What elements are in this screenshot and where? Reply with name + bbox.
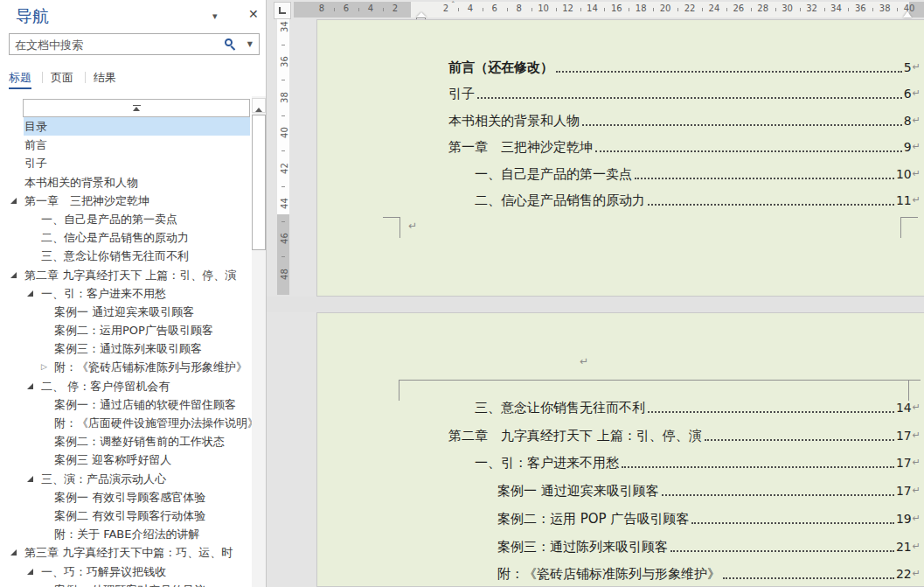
ruler-number: 34	[830, 3, 842, 13]
ruler-number: 20	[660, 3, 671, 13]
expand-collapse-icon[interactable]	[27, 383, 33, 389]
ruler-number: 12	[562, 3, 573, 13]
expand-collapse-icon[interactable]: ▷	[41, 358, 47, 376]
toc-entry[interactable]: 附：《瓷砖店铺标准陈列与形象维护》22↵	[497, 565, 921, 583]
nav-heading-item[interactable]: 案例二：调整好销售前的工作状态	[0, 432, 252, 451]
close-icon[interactable]: ✕	[248, 7, 259, 21]
search-icon[interactable]	[225, 38, 236, 50]
nav-heading-item[interactable]: 三、演：产品演示动人心	[0, 470, 252, 488]
tab-headings[interactable]: 标题	[9, 70, 31, 86]
expand-collapse-icon[interactable]	[10, 198, 17, 204]
ruler-number: 28	[757, 3, 768, 13]
nav-heading-item[interactable]: 第三章 九字真经打天下中篇：巧、运、时	[0, 543, 252, 562]
nav-heading-item[interactable]: 一、自己是产品的第一卖点	[0, 210, 252, 228]
ruler-tick	[629, 8, 629, 11]
ruler-number: 16	[611, 3, 622, 13]
tab-selector-button[interactable]	[274, 2, 291, 19]
nav-heading-label: 三、意念让你销售无往而不利	[41, 249, 189, 262]
nav-heading-item[interactable]: 案例一：通过店铺的软硬件留住顾客	[0, 395, 252, 414]
toc-entry[interactable]: 案例三：通过陈列来吸引顾客21↵	[497, 538, 921, 556]
ruler-number: 8	[319, 3, 324, 13]
ruler-tick	[824, 8, 825, 11]
ruler-tick	[800, 8, 801, 11]
toc-dot-leader	[556, 71, 902, 73]
toc-entry[interactable]: 第一章 三把神沙定乾坤9↵	[448, 138, 921, 156]
toc-entry[interactable]: 案例二：运用 POP 广告吸引顾客19↵	[497, 510, 921, 528]
toc-entry[interactable]: 引子6↵	[448, 85, 921, 102]
nav-heading-item[interactable]: 引子	[0, 154, 252, 172]
nav-heading-item[interactable]: 案例三：通过陈列来吸引顾客	[0, 339, 252, 358]
crop-mark	[399, 217, 400, 238]
right-indent-marker[interactable]	[903, 11, 912, 17]
expand-collapse-icon[interactable]	[27, 290, 33, 297]
nav-scrollbar-up-button[interactable]	[252, 98, 266, 113]
search-input[interactable]: 在文档中搜索 ▼	[9, 33, 260, 55]
nav-heading-item[interactable]: 一、巧：巧解异议把钱收	[0, 563, 252, 581]
nav-heading-label: 引子	[24, 157, 47, 170]
toc-entry-title: 二、信心是产品销售的原动力	[475, 192, 645, 209]
toc-entry[interactable]: 一、自己是产品的第一卖点10↵	[475, 165, 921, 183]
toc-entry-title: 案例一 通过迎宾来吸引顾客	[497, 482, 659, 500]
nav-scrollbar-thumb[interactable]	[252, 115, 266, 250]
nav-heading-label: 第三章 九字真经打天下中篇：巧、运、时	[24, 546, 233, 559]
vertical-ruler[interactable]: 3436384042444648	[277, 19, 289, 295]
toc-entry[interactable]: 三、意念让你销售无往而不利14↵	[475, 399, 921, 416]
toc-entry-title: 引子	[448, 85, 475, 102]
document-page-1[interactable]: ↵ 前言（还在修改）5↵引子6↵本书相关的背景和人物8↵第一章 三把神沙定乾坤9…	[316, 19, 924, 297]
search-options-chevron-icon[interactable]: ▼	[247, 40, 253, 48]
tab-results[interactable]: 结果	[94, 70, 116, 86]
expand-collapse-icon[interactable]	[27, 569, 33, 575]
toc-entry[interactable]: 第二章 九字真经打天下 上篇：引、停、演17↵	[448, 427, 921, 444]
ruler-number: 38	[280, 91, 289, 103]
toc-entry[interactable]: 案例一 通过迎宾来吸引顾客17↵	[497, 482, 921, 500]
toc-entry[interactable]: 一、引：客户进来不用愁17↵	[475, 454, 921, 472]
nav-heading-item[interactable]: 案例一 处理顾客对产品的异议	[0, 581, 252, 587]
headings-list: 目录前言引子本书相关的背景和人物第一章 三把神沙定乾坤一、自己是产品的第一卖点二…	[0, 117, 252, 587]
paragraph-mark: ↵	[913, 192, 921, 209]
ruler-number: 34	[280, 21, 289, 33]
toc-page-number: 22	[896, 565, 912, 583]
nav-heading-item[interactable]: ▷附：《瓷砖店铺标准陈列与形象维护》	[0, 358, 252, 376]
tab-pages[interactable]: 页面	[51, 70, 73, 86]
nav-heading-item[interactable]: 第一章 三把神沙定乾坤	[0, 192, 252, 210]
ruler-number: 44	[280, 198, 289, 210]
nav-heading-item[interactable]: 附：《店面硬件设施管理办法操作说明》	[0, 414, 252, 432]
search-placeholder: 在文档中搜索	[15, 38, 83, 53]
ruler-tick	[897, 8, 898, 11]
chevron-down-icon[interactable]: ▾	[212, 10, 218, 22]
horizontal-ruler[interactable]: 8642246810121416182022242628303234363840	[294, 2, 924, 17]
nav-heading-item[interactable]: 二、 停：客户停留机会有	[0, 377, 252, 395]
nav-heading-label: 案例三：通过陈列来吸引顾客	[54, 342, 202, 355]
nav-heading-label: 本书相关的背景和人物	[24, 176, 138, 189]
nav-scrollbar[interactable]	[252, 96, 266, 587]
nav-heading-item[interactable]: 案例二 有效引导顾客行动体验	[0, 507, 252, 525]
toc-entry[interactable]: 前言（还在修改）5↵	[448, 59, 921, 76]
toc-dot-leader	[595, 150, 902, 152]
expand-collapse-icon[interactable]	[10, 272, 17, 278]
nav-heading-label: 案例一 处理顾客对产品的异议	[54, 584, 205, 587]
nav-heading-item[interactable]: 三、意念让你销售无往而不利	[0, 247, 252, 265]
nav-heading-item[interactable]: 二、信心是产品销售的原动力	[0, 228, 252, 247]
nav-heading-item[interactable]: 案例一 通过迎宾来吸引顾客	[0, 303, 252, 321]
toc-entry[interactable]: 本书相关的背景和人物8↵	[448, 112, 921, 129]
nav-heading-item[interactable]: 前言	[0, 136, 252, 154]
nav-heading-item[interactable]: 附：关于 FABE介绍法的讲解	[0, 525, 252, 543]
nav-heading-label: 一、自己是产品的第一卖点	[41, 213, 177, 226]
nav-heading-item[interactable]: 一、引：客户进来不用愁	[0, 284, 252, 303]
toc-page-number: 9	[904, 138, 912, 156]
paragraph-mark: ↵	[913, 165, 921, 183]
nav-heading-item[interactable]: 目录	[0, 117, 252, 136]
nav-heading-item[interactable]: 第二章 九字真经打天下 上篇：引、停、演	[0, 266, 252, 284]
toc-dot-leader	[705, 439, 894, 441]
nav-heading-item[interactable]: 案例二：运用POP广告吸引顾客	[0, 321, 252, 339]
ruler-tick	[726, 8, 727, 11]
nav-heading-item[interactable]: 案例三 迎客称呼好留人	[0, 451, 252, 469]
nav-heading-item[interactable]: 本书相关的背景和人物	[0, 173, 252, 192]
headings-scroll-top-button[interactable]	[23, 99, 250, 117]
nav-heading-item[interactable]: 案例一 有效引导顾客感官体验	[0, 488, 252, 507]
expand-collapse-icon[interactable]	[10, 549, 17, 556]
document-page-2[interactable]: ↵ 三、意念让你销售无往而不利14↵第二章 九字真经打天下 上篇：引、停、演17…	[316, 312, 924, 587]
toc-entry[interactable]: 二、信心是产品销售的原动力11↵	[475, 192, 921, 209]
toc-entry-title: 第二章 九字真经打天下 上篇：引、停、演	[448, 427, 702, 444]
expand-collapse-icon[interactable]	[27, 476, 33, 482]
